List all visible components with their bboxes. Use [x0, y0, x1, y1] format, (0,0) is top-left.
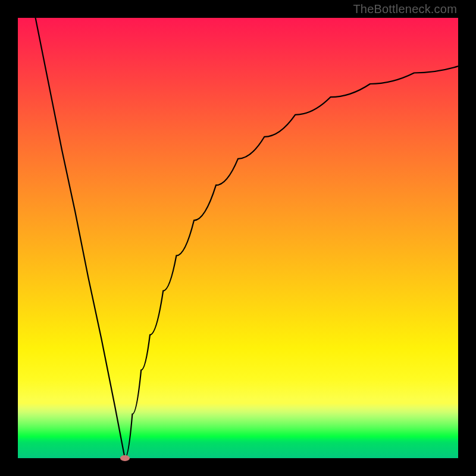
chart-frame: TheBottleneck.com: [0, 0, 476, 476]
watermark-text: TheBottleneck.com: [353, 2, 457, 16]
bottleneck-curve-svg: [18, 18, 458, 458]
bottleneck-point-marker: [120, 455, 130, 461]
bottleneck-curve: [36, 18, 458, 458]
plot-area: [18, 18, 458, 458]
